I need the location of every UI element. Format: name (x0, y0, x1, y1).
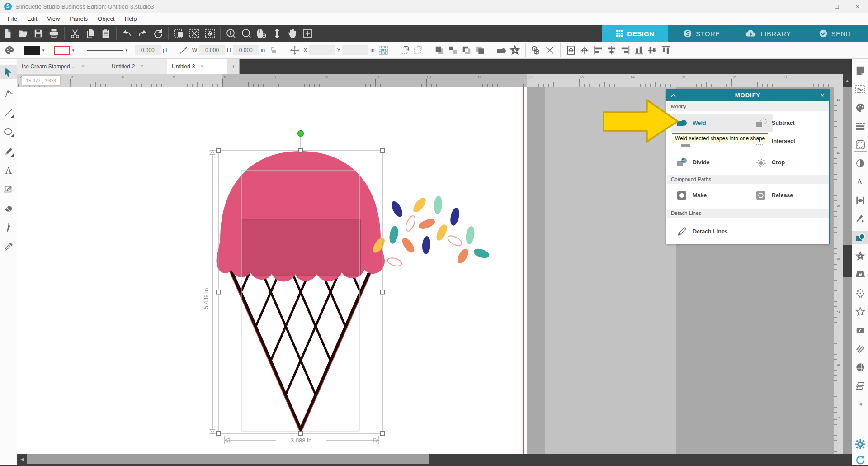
panel-close-button[interactable]: × (816, 92, 829, 99)
open-button[interactable] (15, 26, 31, 41)
tool-text[interactable]: A (1, 163, 16, 178)
sync-button[interactable] (150, 26, 165, 41)
save-button[interactable] (31, 26, 46, 41)
align-middle-button[interactable] (646, 43, 659, 57)
doc-tab-untitled-3[interactable]: Untitled-3 × (167, 59, 227, 74)
delete-selection-button[interactable] (187, 26, 202, 41)
align-center-h-button[interactable] (605, 43, 618, 57)
tool-knife[interactable] (1, 220, 16, 235)
scroll-up-button[interactable]: ▲ (843, 74, 852, 87)
move-button[interactable] (288, 43, 302, 57)
pan-zoom-button[interactable] (269, 26, 285, 41)
new-tab-button[interactable]: + (227, 59, 240, 74)
rotate-button[interactable] (398, 43, 411, 57)
line-style-preview[interactable] (87, 50, 123, 51)
crop-button[interactable]: Crop (750, 154, 827, 171)
group-button[interactable] (529, 43, 543, 57)
offset-panel-button[interactable] (854, 250, 867, 262)
tab-design[interactable]: DESIGN (602, 25, 668, 42)
pix-panel-button[interactable]: Pix (854, 83, 867, 95)
hatch-fill-panel-button[interactable] (854, 342, 867, 355)
redo-button[interactable] (135, 26, 150, 41)
paste-button[interactable] (98, 26, 113, 41)
tab-store[interactable]: STORE (668, 25, 735, 42)
close-tab-icon[interactable]: × (140, 63, 143, 70)
tool-select[interactable] (0, 65, 17, 79)
line-segment-button[interactable] (177, 43, 190, 57)
horizontal-scrollbar-thumb[interactable] (27, 454, 429, 464)
fill-color-swatch[interactable] (24, 46, 40, 55)
align-left-button[interactable] (591, 43, 605, 57)
line-thickness-input[interactable] (135, 45, 161, 55)
tab-send[interactable]: SEND (802, 25, 868, 42)
tool-point-edit[interactable] (1, 86, 16, 100)
align-bottom-button[interactable] (632, 43, 646, 57)
fill-panel-button[interactable] (854, 101, 867, 114)
selection-style-button[interactable] (202, 26, 217, 41)
tab-library[interactable]: LIBRARY (735, 25, 802, 42)
maximize-button[interactable]: □ (826, 0, 847, 13)
pixscan-panel-button[interactable] (854, 268, 867, 281)
line-color-chevron-icon[interactable]: ▼ (71, 48, 75, 52)
weld-toolbar-button[interactable] (495, 43, 508, 57)
send-to-back-button[interactable] (446, 43, 460, 57)
send-backward-button[interactable] (473, 43, 487, 57)
center-to-page-button[interactable] (564, 43, 578, 57)
x-input[interactable] (309, 45, 335, 55)
scroll-left-button[interactable]: ◀ (18, 454, 27, 464)
sketch-panel-button[interactable] (854, 305, 867, 318)
drag-zoom-button[interactable] (254, 26, 269, 41)
align-right-button[interactable] (618, 43, 632, 57)
minimize-button[interactable]: – (806, 0, 826, 13)
transform-panel-button[interactable] (854, 194, 867, 207)
tool-sketch[interactable] (1, 182, 16, 197)
menu-file[interactable]: File (3, 13, 22, 25)
tool-draw[interactable] (1, 144, 16, 159)
line-color-swatch[interactable] (54, 46, 70, 55)
sidebar-collapse-button[interactable]: ◀ (854, 397, 867, 410)
close-button[interactable]: × (847, 0, 868, 13)
new-document-button[interactable] (0, 26, 15, 41)
sync-status-button[interactable] (854, 453, 867, 466)
width-input[interactable] (199, 45, 225, 55)
modify-panel-button[interactable] (852, 231, 868, 244)
zoom-out-button[interactable] (239, 26, 254, 41)
page-setup-panel-button[interactable] (854, 64, 867, 77)
copy-button[interactable] (83, 26, 98, 41)
doc-tab-ice-cream[interactable]: Ice Cream Stamped ... × (17, 59, 107, 74)
anchor-point-selector[interactable] (377, 43, 390, 57)
line-style-panel-button[interactable] (854, 120, 867, 133)
tool-eyedropper[interactable] (1, 239, 16, 254)
align-centerpoint-button[interactable] (578, 43, 591, 57)
menu-view[interactable]: View (42, 13, 65, 25)
pan-button[interactable] (285, 26, 300, 41)
fit-page-button[interactable] (300, 26, 316, 41)
weave-panel-button[interactable] (854, 361, 867, 374)
cut-button[interactable] (67, 26, 83, 41)
shadow-panel-button[interactable] (854, 157, 867, 170)
text-style-panel-button[interactable]: A| (854, 176, 867, 188)
tool-eraser[interactable] (1, 201, 16, 216)
doc-tab-untitled-2[interactable]: Untitled-2 × (107, 59, 167, 74)
3d-panel-button[interactable] (854, 380, 867, 392)
line-style-chevron-icon[interactable]: ▼ (125, 48, 128, 52)
bring-forward-button[interactable] (460, 43, 473, 57)
tool-ellipse[interactable] (1, 125, 16, 139)
bring-to-front-button[interactable] (433, 43, 446, 57)
preferences-button[interactable] (854, 438, 867, 451)
vertical-scrollbar-thumb[interactable] (843, 245, 852, 277)
fill-chevron-icon[interactable]: ▼ (42, 48, 45, 52)
undo-button[interactable] (119, 26, 135, 41)
release-compound-button[interactable]: Release (750, 187, 827, 204)
print-button[interactable] (46, 26, 61, 41)
close-tab-icon[interactable]: × (81, 63, 85, 70)
align-top-button[interactable] (659, 43, 673, 57)
menu-edit[interactable]: Edit (22, 13, 42, 25)
detach-lines-button[interactable]: Detach Lines (671, 223, 825, 240)
height-input[interactable] (233, 45, 259, 55)
rhinestone-panel-button[interactable] (854, 324, 867, 337)
trace-panel-button[interactable] (854, 213, 867, 225)
close-tab-icon[interactable]: × (200, 63, 203, 70)
offset-button[interactable] (508, 43, 522, 57)
duplicate-selection-button[interactable] (171, 26, 187, 41)
